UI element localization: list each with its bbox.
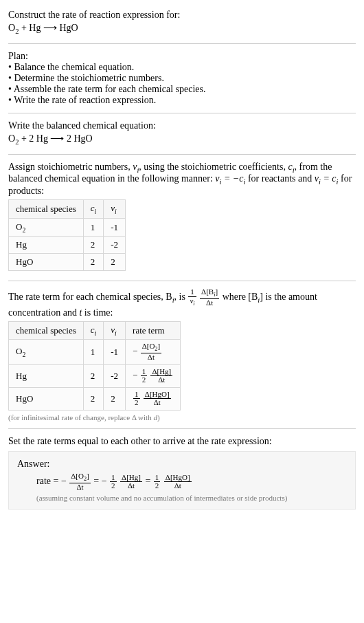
table-note: (for infinitesimal rate of change, repla… — [8, 413, 356, 422]
frac-den: Δt — [69, 483, 90, 492]
col-species: chemical species — [9, 200, 84, 219]
frac-num: Δ[Bi] — [200, 288, 219, 299]
fraction: 12 — [141, 368, 148, 384]
text: , is — [174, 292, 188, 302]
frac-den: Δt — [144, 399, 171, 407]
fraction: Δ[Hg]Δt — [120, 474, 142, 490]
divider — [8, 281, 356, 281]
cell-species: HgO — [9, 387, 84, 410]
stoich-text: Assign stoichiometric numbers, νi, using… — [8, 162, 356, 197]
cell-species: Hg — [9, 364, 84, 387]
final-section: Set the rate terms equal to each other t… — [8, 433, 356, 512]
answer-label: Answer: — [17, 459, 347, 470]
frac-den: 2 — [141, 376, 148, 384]
cell-species: O2 — [9, 340, 84, 364]
equals: = — [145, 476, 152, 486]
intro-title: Construct the rate of reaction expressio… — [8, 10, 356, 21]
relation: νi = ci — [315, 173, 339, 184]
arrow-icon: ⟶ — [50, 133, 64, 144]
fraction: Δ[HgO]Δt — [164, 474, 192, 490]
intro-equation-text: O2 + Hg ⟶ HgO — [8, 23, 78, 33]
rate-term-section: The rate term for each chemical species,… — [8, 285, 356, 424]
rate-table: chemical species ci νi rate term O2 1 -1… — [8, 321, 181, 411]
balanced-equation-text: O2 + 2 Hg ⟶ 2 HgO — [8, 133, 93, 144]
cell-c: 2 — [83, 364, 104, 387]
frac-den: Δt — [150, 376, 172, 384]
fraction: Δ[Bi]Δt — [200, 288, 219, 307]
balanced-equation: O2 + 2 Hg ⟶ 2 HgO — [8, 133, 356, 146]
c-symbol: ci — [288, 162, 294, 172]
cell-species: Hg — [9, 237, 84, 254]
frac-den: 2 — [133, 399, 140, 407]
stoich-section: Assign stoichiometric numbers, νi, using… — [8, 159, 356, 277]
final-heading: Set the rate terms equal to each other t… — [8, 436, 356, 447]
fraction: 12 — [110, 474, 117, 490]
rate-term-text: The rate term for each chemical species,… — [8, 288, 356, 318]
col-nu: νi — [104, 321, 126, 340]
cell-species: HgO — [9, 254, 84, 271]
fraction: Δ[O2]Δt — [69, 472, 90, 491]
fraction: 1νi — [188, 288, 196, 307]
divider — [8, 428, 356, 429]
fraction: 12 — [133, 391, 140, 407]
nu-symbol: νi — [133, 162, 139, 172]
frac-den: Δt — [164, 482, 192, 490]
intro-equation: O2 + Hg ⟶ HgO — [8, 22, 356, 35]
plan-item: • Determine the stoichiometric numbers. — [8, 73, 356, 84]
frac-den: Δt — [120, 482, 142, 490]
equals: = — [93, 476, 101, 486]
sign: − — [102, 476, 107, 486]
cell-nu: 2 — [104, 254, 126, 271]
plan-item: • Balance the chemical equation. — [8, 62, 356, 73]
divider — [8, 113, 356, 113]
plan-section: Plan: • Balance the chemical equation. •… — [8, 48, 356, 109]
fraction: Δ[O2]Δt — [141, 342, 161, 361]
frac-den: Δt — [141, 353, 161, 362]
text: is time: — [82, 307, 113, 318]
frac-den: 2 — [154, 482, 161, 490]
cell-nu: -1 — [104, 340, 126, 364]
text: where [B — [223, 292, 258, 302]
plan-heading: Plan: — [8, 51, 356, 62]
table-row: O2 1 -1 — [9, 218, 126, 237]
frac-num: Δ[O2] — [69, 472, 90, 483]
col-species: chemical species — [9, 321, 84, 340]
fraction: Δ[Hg]Δt — [150, 368, 172, 384]
cell-nu: -2 — [104, 364, 126, 387]
rate-word: rate = — [36, 476, 61, 486]
text: Assign stoichiometric numbers, — [8, 162, 133, 172]
table-header-row: chemical species ci νi — [9, 200, 126, 219]
cell-rate: − Δ[O2]Δt — [126, 340, 181, 364]
frac-den: νi — [188, 297, 196, 307]
text: , using the stoichiometric coefficients, — [139, 162, 288, 172]
sign: − — [133, 370, 137, 380]
cell-nu: 2 — [104, 387, 126, 410]
cell-species: O2 — [9, 218, 84, 237]
cell-c: 1 — [83, 218, 104, 237]
intro-section: Construct the rate of reaction expressio… — [8, 7, 356, 39]
col-nu: νi — [104, 200, 126, 219]
table-header-row: chemical species ci νi rate term — [9, 321, 181, 340]
answer-box: Answer: rate = − Δ[O2]Δt = − 12 Δ[Hg]Δt … — [8, 451, 356, 510]
balanced-section: Write the balanced chemical equation: O2… — [8, 118, 356, 150]
text: for reactants and — [245, 173, 314, 184]
table-row: Hg 2 -2 — [9, 237, 126, 254]
sign: − — [61, 476, 67, 486]
col-c: ci — [83, 200, 104, 219]
frac-num: Δ[O2] — [141, 342, 161, 353]
divider — [8, 43, 356, 44]
cell-c: 1 — [83, 340, 104, 364]
fraction: Δ[HgO]Δt — [144, 391, 171, 407]
arrow-icon: ⟶ — [43, 22, 57, 34]
sign: − — [133, 346, 137, 356]
table-row: HgO 2 2 12 Δ[HgO]Δt — [9, 387, 181, 410]
cell-nu: -2 — [104, 237, 126, 254]
cell-c: 2 — [83, 387, 104, 410]
cell-nu: -1 — [104, 218, 126, 237]
rate-expression: rate = − Δ[O2]Δt = − 12 Δ[Hg]Δt = 12 Δ[H… — [36, 472, 347, 491]
plan-item: • Write the rate of reaction expression. — [8, 95, 356, 106]
text: The rate term for each chemical species,… — [8, 292, 172, 302]
frac-den: 2 — [110, 482, 117, 490]
cell-rate: − 12 Δ[Hg]Δt — [126, 364, 181, 387]
table-row: O2 1 -1 − Δ[O2]Δt — [9, 340, 181, 364]
